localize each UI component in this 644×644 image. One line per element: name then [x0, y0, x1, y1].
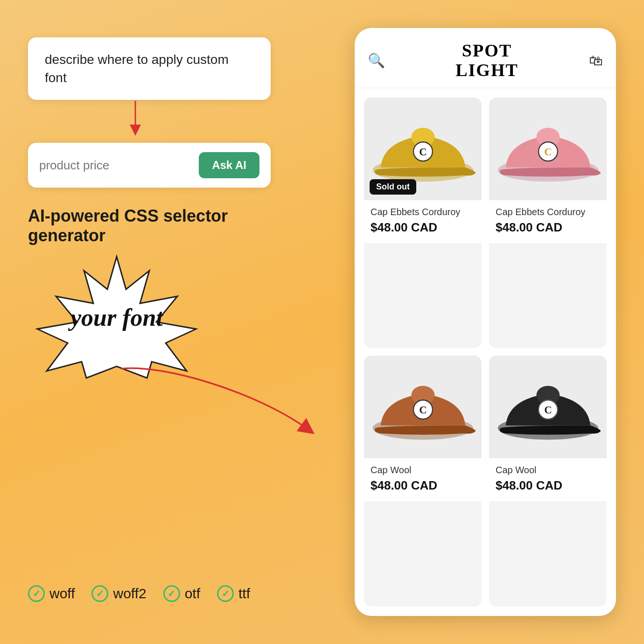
product-price-3: $48.00 CAD — [371, 478, 475, 493]
products-grid: C Sold out Cap Ebbets Corduroy $48.00 CA… — [355, 88, 616, 616]
product-info-3: Cap Wool $48.00 CAD — [364, 458, 482, 501]
badge-ttf-label: ttf — [238, 586, 250, 602]
product-info-1: Cap Ebbets Corduroy $48.00 CAD — [364, 200, 482, 243]
product-image-3: C — [364, 356, 482, 458]
product-image-1: C Sold out — [364, 98, 482, 200]
hat-black-svg: C — [495, 361, 601, 453]
badge-ttf: ✓ ttf — [217, 585, 250, 602]
product-info-4: Cap Wool $48.00 CAD — [489, 458, 607, 501]
check-ttf-icon: ✓ — [217, 585, 234, 602]
product-card-2: C Cap Ebbets Corduroy $48.00 CAD — [489, 98, 607, 349]
css-selector-input[interactable] — [39, 158, 191, 173]
hat-brown-svg: C — [370, 361, 476, 453]
product-card-1: C Sold out Cap Ebbets Corduroy $48.00 CA… — [364, 98, 482, 349]
svg-text:C: C — [419, 146, 427, 157]
phone-mockup: 🔍 SPOT LIGHT 🛍 C Sold out — [355, 28, 616, 616]
shop-logo: SPOT LIGHT — [455, 41, 518, 80]
arrow-down-icon — [121, 100, 149, 137]
badge-woff: ✓ woff — [28, 585, 75, 602]
product-price-4: $48.00 CAD — [496, 478, 600, 493]
product-card-3: C Cap Wool $48.00 CAD — [364, 356, 482, 607]
ask-ai-button[interactable]: Ask AI — [199, 152, 259, 178]
badge-woff2-label: woff2 — [113, 586, 146, 602]
product-name-1: Cap Ebbets Corduroy — [371, 207, 475, 217]
starburst-svg — [28, 252, 205, 383]
phone-header: 🔍 SPOT LIGHT 🛍 — [355, 28, 616, 88]
check-woff-icon: ✓ — [28, 585, 45, 602]
ai-section-label: AI-powered CSS selector generator — [28, 206, 271, 245]
svg-text:C: C — [544, 404, 552, 416]
product-card-4: C Cap Wool $48.00 CAD — [489, 356, 607, 607]
product-name-4: Cap Wool — [496, 465, 600, 476]
callout-text: describe where to apply custom font — [45, 52, 229, 85]
product-info-2: Cap Ebbets Corduroy $48.00 CAD — [489, 200, 607, 243]
product-price-1: $48.00 CAD — [371, 220, 475, 235]
sold-out-badge: Sold out — [370, 179, 416, 195]
svg-text:C: C — [544, 146, 552, 157]
input-row: Ask AI — [28, 143, 271, 188]
product-name-3: Cap Wool — [371, 465, 475, 476]
starburst: your font — [28, 252, 205, 383]
badge-woff-label: woff — [49, 586, 75, 602]
product-name-2: Cap Ebbets Corduroy — [496, 207, 600, 217]
product-price-2: $48.00 CAD — [496, 220, 600, 235]
format-badges: ✓ woff ✓ woff2 ✓ otf ✓ ttf — [28, 585, 250, 602]
search-icon[interactable]: 🔍 — [368, 52, 385, 69]
hat-pink-svg: C — [495, 103, 601, 195]
product-image-2: C — [489, 98, 607, 200]
badge-otf-label: otf — [185, 586, 200, 602]
callout-box: describe where to apply custom font — [28, 37, 271, 100]
cart-icon[interactable]: 🛍 — [589, 53, 603, 69]
svg-text:C: C — [419, 404, 427, 416]
check-otf-icon: ✓ — [163, 585, 180, 602]
check-woff2-icon: ✓ — [91, 585, 108, 602]
product-image-4: C — [489, 356, 607, 458]
badge-woff2: ✓ woff2 — [91, 585, 146, 602]
badge-otf: ✓ otf — [163, 585, 200, 602]
